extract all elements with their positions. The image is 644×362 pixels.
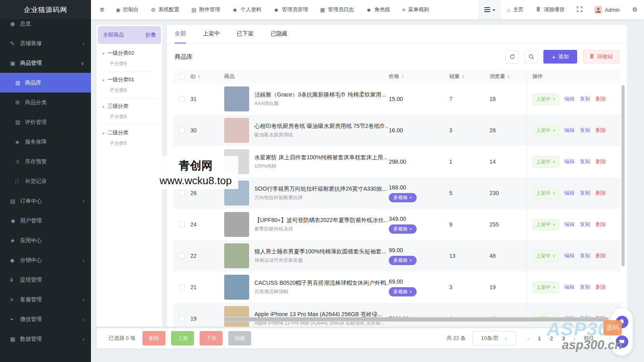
vertical-scrollbar[interactable] — [621, 85, 625, 266]
product-title[interactable]: 猫人男士睡衣男夏季100%纯棉薄款圆领套头短袖套... — [254, 248, 386, 255]
sidebar-item-order-center[interactable]: ▤订单中心‹ — [0, 191, 91, 211]
fullscreen-button[interactable] — [571, 0, 588, 19]
sort-icon[interactable]: ▲▼ — [401, 74, 404, 79]
tab-hidden[interactable]: 已隐藏 — [270, 30, 287, 43]
row-checkbox[interactable] — [179, 222, 185, 227]
row-checkbox[interactable] — [179, 96, 185, 102]
nav-item-role-groups[interactable]: ☻角色组 — [360, 0, 396, 19]
product-title[interactable]: CACUSS B0520帽子男百搭潮流棒球帽女休闲户外鸭... — [254, 280, 389, 287]
delete-link[interactable]: 删除 — [596, 127, 606, 134]
copy-link[interactable]: 复制 — [580, 284, 590, 291]
nav-item-menu-rules[interactable]: ≡菜单规则 — [396, 0, 435, 19]
sort-icon[interactable]: ▲▼ — [507, 74, 510, 79]
sidebar-toggle-icon[interactable]: ≡ — [94, 6, 110, 14]
batch-delete-button[interactable]: 删除 — [142, 331, 165, 346]
sidebar-item-product-categories[interactable]: ⊞商品分类 — [0, 93, 91, 112]
multi-spec-badge[interactable]: 多规格∨ — [389, 256, 417, 265]
product-title[interactable]: 水星家纺 床上四件套100%纯棉被套床单枕套床上用... — [254, 154, 388, 161]
nav-item-clear-cache[interactable]: 清除缓存 — [530, 0, 571, 19]
delete-link[interactable]: 删除 — [596, 221, 606, 228]
page-size-select[interactable]: 10条/页∨ — [473, 331, 516, 346]
sidebar-item-restock-records[interactable]: □补货记录 — [0, 171, 91, 191]
edit-link[interactable]: 编辑 — [564, 189, 575, 197]
sidebar-item-withdrawal-management[interactable]: ¥提现管理 — [0, 270, 91, 290]
edit-link[interactable]: 编辑 — [564, 284, 575, 291]
header-sales[interactable]: 销量▲▼ — [449, 70, 489, 83]
select-all-checkbox[interactable] — [179, 74, 185, 79]
copy-link[interactable]: 复制 — [580, 158, 590, 165]
category-item[interactable]: ▸一级分类01 子分类6 — [103, 72, 156, 99]
copy-link[interactable]: 复制 — [580, 252, 590, 259]
sort-icon[interactable]: ▲▼ — [198, 74, 200, 79]
page-button-1[interactable]: 1 — [533, 335, 545, 341]
tab-off-shelf[interactable]: 已下架 — [237, 30, 254, 43]
row-checkbox[interactable] — [179, 316, 185, 321]
copy-link[interactable]: 复制 — [580, 221, 590, 228]
sidebar-item-overview[interactable]: ◉总览 — [0, 19, 91, 33]
category-item[interactable]: ▸三级分类 子分类6 — [103, 99, 156, 125]
multi-spec-badge[interactable]: 多规格∨ — [389, 287, 417, 296]
sidebar-item-data-management[interactable]: ▦数据管理‹ — [0, 329, 91, 349]
edit-link[interactable]: 编辑 — [564, 95, 575, 103]
search-button[interactable] — [524, 50, 538, 64]
add-button[interactable]: + 添加 — [543, 50, 577, 64]
edit-link[interactable]: 编辑 — [564, 127, 575, 134]
category-item[interactable]: ▸二级分类 子分类6 — [103, 125, 156, 151]
subcategory-label[interactable]: 子分类6 — [109, 113, 156, 120]
delete-link[interactable]: 删除 — [596, 252, 606, 259]
delete-link[interactable]: 删除 — [596, 284, 606, 291]
product-title[interactable]: SOO行李箱男万向轮拉杆箱耐磨抗摔26英寸A330旅... — [254, 185, 387, 193]
sort-icon[interactable]: ▲▼ — [462, 74, 464, 79]
edit-link[interactable]: 编辑 — [564, 158, 575, 165]
collapse-button[interactable]: 折叠 — [145, 31, 156, 39]
sidebar-item-review-management[interactable]: ▨评价管理 — [0, 112, 91, 132]
nav-dropdown-button[interactable]: ▾ — [478, 0, 501, 19]
sidebar-item-stock-warning[interactable]: ⚠库存预警 — [0, 152, 91, 171]
nav-item-profile[interactable]: ☻个人资料 — [226, 0, 268, 19]
row-checkbox[interactable] — [179, 253, 185, 259]
refresh-button[interactable] — [506, 50, 519, 64]
sidebar-item-service-guarantee[interactable]: ◈服务保障 — [0, 132, 91, 152]
delete-link[interactable]: 删除 — [596, 95, 606, 103]
sidebar-item-product-management[interactable]: ▣商品管理∨ — [0, 53, 91, 73]
copy-link[interactable]: 复制 — [580, 95, 590, 103]
status-dropdown[interactable]: 上架中∨ — [533, 156, 559, 168]
sidebar-item-distribution-center[interactable]: ◆分销中心‹ — [0, 250, 91, 270]
header-id[interactable]: ID▲▼ — [190, 70, 224, 83]
nav-item-dashboard[interactable]: ◉控制台 — [110, 0, 145, 19]
header-views[interactable]: 浏览量▲▼ — [489, 70, 526, 83]
nav-item-home[interactable]: ⌂主页 — [501, 0, 530, 19]
nav-item-admin-management[interactable]: ☻管理员管理 — [268, 0, 314, 19]
product-title[interactable]: 洁丽雅（Grace）3条抗菌新疆棉毛巾 纯棉柔软家用... — [254, 91, 386, 99]
edit-link[interactable]: 编辑 — [564, 221, 575, 228]
sidebar-item-app-center[interactable]: ★应用中心 — [0, 230, 91, 250]
product-title[interactable]: Apple iPhone 13 Pro Max (A2644) 256GB 苍岭… — [254, 311, 384, 318]
delete-link[interactable]: 删除 — [596, 189, 606, 197]
sidebar-item-wechat-management[interactable]: ◓微信管理‹ — [0, 309, 91, 329]
admin-account[interactable]: Admin — [588, 0, 626, 19]
header-price[interactable]: 价格▲▼ — [389, 70, 449, 83]
status-dropdown[interactable]: 上架中∨ — [533, 219, 559, 230]
multi-spec-badge[interactable]: 多规格∨ — [389, 224, 417, 234]
status-dropdown[interactable]: 上架中∨ — [533, 93, 559, 105]
sidebar-item-customer-service[interactable]: ≡客服管理‹ — [0, 290, 91, 309]
all-products-label[interactable]: 全部商品 — [103, 31, 124, 39]
status-dropdown[interactable]: 上架中∨ — [533, 187, 559, 199]
status-dropdown[interactable]: 上架中∨ — [533, 282, 559, 293]
settings-gears-icon[interactable]: ⚙ — [626, 6, 644, 13]
batch-off-shelf-button[interactable]: 下架 — [200, 331, 223, 346]
row-checkbox[interactable] — [179, 190, 185, 196]
sidebar-item-product-library[interactable]: ▥商品库 — [0, 73, 91, 93]
copy-link[interactable]: 复制 — [580, 189, 590, 197]
batch-on-shelf-button[interactable]: 上架 — [171, 331, 194, 346]
row-checkbox[interactable] — [179, 284, 185, 290]
product-title[interactable]: 【UPF80+】波司登防晒衣2022年夏季防紫外线冰丝... — [254, 217, 388, 224]
nav-item-attachments[interactable]: ▤附件管理 — [186, 0, 226, 19]
subcategory-label[interactable]: 子分类6 — [109, 87, 156, 94]
status-dropdown[interactable]: 上架中∨ — [533, 125, 559, 136]
row-checkbox[interactable] — [179, 128, 185, 133]
tab-on-shelf[interactable]: 上架中 — [203, 30, 220, 43]
subcategory-label[interactable]: 子分类6 — [109, 140, 156, 147]
product-title[interactable]: 心相印卷纸厨房卷纸 吸油吸水厨房用纸 75节2卷纸巾... — [254, 123, 389, 130]
batch-hide-button[interactable]: 隐藏 — [228, 331, 251, 346]
